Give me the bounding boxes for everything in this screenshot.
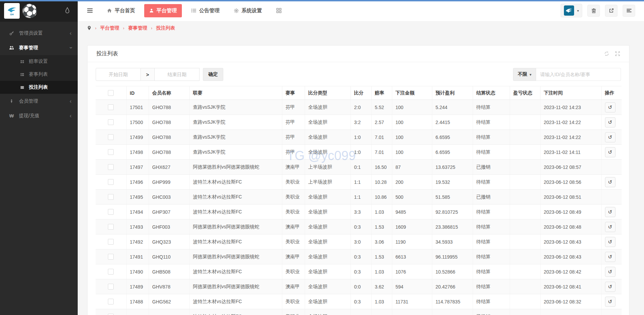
table-cell: 2023-06-12 08:41 — [540, 279, 601, 294]
table-cell: 2023-11-02 14:22 — [540, 115, 601, 130]
sidebar-item-member-management[interactable]: 会员管理 ‹ — [0, 94, 78, 108]
row-checkbox[interactable] — [108, 314, 114, 315]
hamburger-icon[interactable] — [87, 8, 93, 13]
nav-item-system-settings[interactable]: 系统设置 — [229, 4, 267, 17]
table-cell: 7.01 — [371, 130, 392, 145]
row-checkbox[interactable] — [108, 284, 114, 290]
undo-action-button[interactable]: ↺ — [605, 132, 615, 142]
layout-list-button[interactable] — [623, 5, 635, 17]
table-cell: 16.50 — [371, 160, 392, 175]
trash-button[interactable] — [587, 5, 600, 17]
table-cell: 美职业 — [282, 309, 305, 315]
brand-logo[interactable]: GH — [4, 3, 20, 19]
sidebar-item-odds-settings[interactable]: 赔率设置 — [0, 55, 78, 68]
breadcrumb-item[interactable]: 投注列表 — [156, 25, 175, 31]
row-checkbox[interactable] — [108, 299, 114, 304]
page-title: 投注列表 — [96, 50, 118, 57]
grid-outline-icon — [276, 8, 282, 13]
nav-item-apps-grid[interactable] — [271, 4, 287, 17]
row-checkbox[interactable] — [108, 194, 114, 200]
row-checkbox[interactable] — [108, 179, 114, 185]
undo-action-button[interactable]: ↺ — [605, 252, 615, 262]
undo-action-button[interactable]: ↺ — [605, 282, 615, 292]
row-checkbox[interactable] — [108, 269, 114, 275]
scope-dropdown-button[interactable]: 不限 ▾ — [513, 68, 536, 81]
table-cell: 波特兰木材vs达拉斯FC — [189, 175, 282, 190]
table-cell: 17495 — [126, 190, 149, 205]
sidebar-item-label: 赔率设置 — [29, 58, 48, 65]
table-cell — [510, 100, 540, 115]
scope-label: 不限 — [518, 71, 527, 77]
undo-action-button[interactable]: ↺ — [605, 102, 615, 112]
sidebar-item-match-list[interactable]: 赛事列表 — [0, 68, 78, 81]
sidebar-item-withdraw-deposit[interactable]: ₩ 提现/充值 ‹ — [0, 108, 78, 123]
refresh-icon[interactable] — [604, 51, 609, 56]
row-checkbox[interactable] — [108, 149, 114, 155]
date-range-separator: > — [141, 68, 154, 81]
row-checkbox[interactable] — [108, 119, 114, 125]
search-input[interactable] — [536, 68, 621, 81]
table-cell: 波特兰木材vs达拉斯FC — [189, 190, 282, 205]
sidebar-item-bet-list[interactable]: 投注列表 — [0, 81, 78, 94]
row-checkbox[interactable] — [108, 134, 114, 140]
undo-action-button[interactable]: ↺ — [605, 297, 615, 307]
undo-action-button[interactable]: ↺ — [605, 117, 615, 127]
table-cell: 10.28 — [371, 175, 392, 190]
row-checkbox[interactable] — [108, 254, 114, 260]
undo-action-button[interactable]: ↺ — [605, 237, 615, 247]
nav-item-platform-management[interactable]: 平台管理 — [144, 4, 182, 17]
undo-action-button[interactable]: ↺ — [605, 222, 615, 232]
row-checkbox[interactable] — [108, 224, 114, 230]
table-cell: 17494 — [126, 205, 149, 220]
table-cell: GHO788 — [149, 115, 189, 130]
grid-icon — [19, 59, 25, 64]
nav-item-announcement-management[interactable]: 公告管理 — [186, 4, 225, 17]
table-cell: 2023-06-12 08:51 — [540, 190, 601, 205]
table-cell: 全场波胆 — [305, 279, 351, 294]
breadcrumb-item[interactable]: 平台管理 — [100, 25, 119, 31]
undo-action-button[interactable]: ↺ — [605, 147, 615, 157]
table-cell: 澳南甲 — [282, 249, 305, 264]
breadcrumb-item[interactable]: 赛事管理 — [128, 25, 147, 31]
table-cell: GHF003 — [149, 220, 189, 234]
external-link-button[interactable] — [605, 5, 618, 17]
users-icon — [8, 45, 15, 50]
table-cell: 全场波胆 — [305, 249, 351, 264]
table-cell — [510, 160, 540, 175]
table-cell: 待结算 — [473, 279, 510, 294]
table-cell: 2.4415 — [432, 115, 473, 130]
user-avatar-dropdown[interactable]: ▾ — [561, 4, 582, 17]
table-cell: 13.63725 — [432, 160, 473, 175]
column-header: 预计盈利 — [432, 86, 473, 100]
row-checkbox[interactable] — [108, 164, 114, 170]
row-checkbox[interactable] — [108, 104, 114, 110]
sidebar-item-match-management[interactable]: 赛事管理 ‹ — [0, 40, 78, 55]
table-cell: 全场波胆 — [305, 220, 351, 234]
table-cell: 待结算 — [473, 220, 510, 234]
table-cell — [510, 205, 540, 220]
row-checkbox[interactable] — [108, 239, 114, 245]
caret-down-icon: ▾ — [530, 73, 531, 76]
undo-action-button[interactable]: ↺ — [605, 177, 615, 187]
table-cell — [510, 279, 540, 294]
table-cell: GHB508 — [149, 264, 189, 279]
table-cell: 美职业 — [282, 175, 305, 190]
key-icon — [8, 31, 15, 36]
table-cell: 0:1 — [351, 160, 371, 175]
table-cell: 待结算 — [473, 145, 510, 160]
table-cell: 11731 — [392, 294, 432, 309]
table-cell: 9485 — [392, 205, 432, 220]
table-cell: 96.119955 — [432, 249, 473, 264]
sidebar-item-admin-settings[interactable]: 管理员设置 ‹ — [0, 26, 78, 40]
column-header: 下注时间 — [540, 86, 601, 100]
select-all-checkbox[interactable] — [108, 90, 114, 96]
fullscreen-icon[interactable] — [615, 51, 620, 56]
end-date-input[interactable] — [154, 68, 200, 81]
nav-item-platform-home[interactable]: 平台首页 — [102, 4, 140, 17]
undo-action-button[interactable]: ↺ — [605, 267, 615, 277]
confirm-button[interactable]: 确定 — [203, 68, 223, 81]
row-checkbox[interactable] — [108, 209, 114, 215]
table-cell: 2023-06-12 08:48 — [540, 220, 601, 234]
start-date-input[interactable] — [96, 68, 141, 81]
undo-action-button[interactable]: ↺ — [605, 207, 615, 217]
